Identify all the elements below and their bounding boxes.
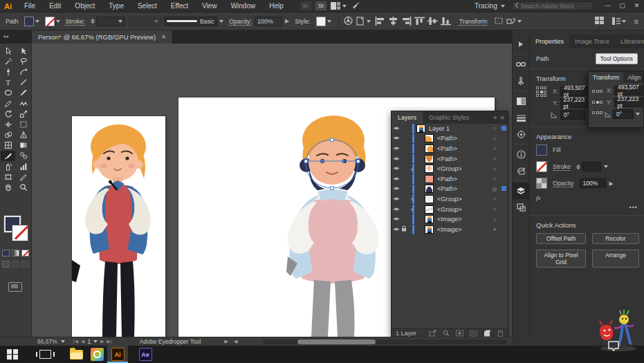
stroke-weight-field[interactable] — [582, 162, 601, 171]
visibility-icon[interactable] — [392, 185, 401, 192]
symbol-sprayer-tool[interactable] — [1, 161, 15, 171]
layer-row-group[interactable]: ▸ <Group> ○ — [392, 194, 508, 205]
panel-collapse-icon[interactable]: » — [493, 114, 497, 121]
layer-thumbnail[interactable] — [425, 185, 434, 193]
document-tab[interactable]: Person* @ 66,67% (RGB/GPU Preview) ✕ — [32, 30, 173, 44]
layer-thumbnail[interactable] — [425, 205, 434, 214]
visibility-icon[interactable] — [392, 196, 401, 203]
fill-swatch[interactable] — [536, 145, 547, 156]
rotation-field[interactable]: 0° — [560, 110, 585, 120]
locate-object-icon[interactable] — [443, 330, 450, 337]
visibility-icon[interactable] — [392, 226, 401, 233]
opacity-expand-icon[interactable]: ▶ — [285, 18, 289, 24]
layers-menu-icon[interactable]: ≡ — [501, 114, 504, 121]
perspective-grid-tool[interactable] — [16, 130, 30, 140]
free-transform-tool[interactable] — [16, 119, 30, 129]
layer-name[interactable]: <Path> — [437, 145, 490, 152]
history-icon[interactable] — [513, 162, 529, 179]
fx-button[interactable]: fx — [536, 194, 541, 201]
transform-link[interactable]: Transform — [459, 18, 488, 25]
delete-layer-icon[interactable] — [497, 330, 504, 337]
menu-effect[interactable]: Effect — [164, 0, 195, 12]
task-view-button[interactable] — [35, 346, 55, 363]
layer-name[interactable]: <Path> — [437, 185, 490, 192]
free-transform-icon[interactable] — [494, 17, 504, 26]
draw-inside-icon[interactable] — [21, 261, 29, 268]
target-icon-selected[interactable]: ◎ — [490, 186, 499, 192]
curvature-tool[interactable] — [16, 66, 30, 77]
tool-options-button[interactable]: Tool Options — [596, 53, 638, 64]
visibility-icon[interactable] — [392, 165, 401, 172]
layer-row-image[interactable]: <Image> ○ — [392, 214, 508, 225]
shaper-tool[interactable] — [16, 98, 30, 109]
stroke-label[interactable]: Stroke — [553, 163, 571, 170]
target-icon[interactable]: ○ — [490, 206, 499, 212]
visibility-icon[interactable] — [392, 216, 401, 223]
selection-tool[interactable] — [1, 46, 15, 56]
workspace-dropdown[interactable]: Tracing — [468, 2, 512, 10]
align-top-icon[interactable] — [414, 17, 425, 26]
layer-row-path[interactable]: <Path> ○ — [392, 144, 508, 154]
menu-view[interactable]: View — [195, 0, 224, 12]
selection-indicator[interactable] — [499, 125, 508, 132]
gradient-mode-icon[interactable] — [12, 250, 19, 257]
layer-row-image-locked[interactable]: <Image> ● — [392, 225, 508, 235]
tab-properties[interactable]: Properties — [530, 35, 569, 48]
tab-transform[interactable]: Transform — [589, 72, 623, 83]
align-bottom-icon[interactable] — [441, 17, 451, 26]
reference-point-grid[interactable] — [592, 90, 602, 121]
mesh-tool[interactable] — [1, 140, 15, 151]
layer-name[interactable]: <Image> — [437, 226, 490, 233]
ellipse-tool[interactable] — [1, 88, 15, 98]
offset-path-button[interactable]: Offset Path — [536, 233, 586, 244]
none-mode-icon[interactable] — [21, 250, 29, 257]
stock-icon[interactable]: St — [315, 1, 326, 10]
menu-object[interactable]: Object — [68, 0, 102, 12]
opacity-label[interactable]: Opacity — [553, 180, 574, 187]
layer-name[interactable]: <Path> — [437, 156, 490, 162]
scrollbar-thumb[interactable] — [297, 339, 376, 344]
document-setup-icon[interactable] — [356, 17, 371, 26]
color-mode-icon[interactable] — [2, 250, 10, 257]
layer-thumbnail[interactable] — [425, 155, 434, 163]
next-artboard-icon[interactable]: ▶ — [100, 339, 104, 344]
tab-image-trace[interactable]: Image Trace — [569, 35, 615, 48]
stroke-swatch[interactable] — [45, 17, 55, 26]
gradient-tool[interactable] — [16, 140, 30, 151]
after-effects-button[interactable]: Ae — [135, 346, 156, 363]
layer-thumbnail[interactable] — [425, 134, 434, 142]
fill-color-control[interactable] — [24, 17, 39, 26]
opacity-field[interactable]: 100% — [255, 17, 282, 26]
lasso-tool[interactable] — [16, 56, 30, 66]
search-input[interactable] — [521, 3, 590, 10]
prev-artboard-icon[interactable]: ◀ — [81, 339, 84, 344]
layer-name[interactable]: <Group> — [437, 206, 490, 213]
new-layer-icon[interactable] — [484, 330, 491, 337]
libraries-icon[interactable] — [513, 56, 529, 73]
opacity-expand-icon[interactable]: ▶ — [609, 180, 614, 187]
type-tool[interactable]: T — [1, 77, 15, 88]
line-segment-tool[interactable] — [16, 77, 30, 88]
color-guide-icon[interactable] — [513, 126, 529, 142]
stroke-color-swatch[interactable] — [12, 225, 28, 241]
stroke-weight-dropdown[interactable] — [96, 17, 125, 26]
document-layout-icon[interactable] — [612, 17, 626, 25]
workspace-switcher-icon[interactable] — [331, 2, 347, 10]
tab-align[interactable]: Align — [623, 72, 644, 83]
tab-graphic-styles[interactable]: Graphic Styles — [423, 111, 476, 124]
minimize-button[interactable]: — — [600, 0, 615, 12]
layer-row-path[interactable]: <Path> ○ — [392, 174, 508, 185]
windows-start-button[interactable] — [2, 346, 23, 363]
target-icon[interactable]: ○ — [490, 136, 499, 142]
last-artboard-icon[interactable]: ▶| — [107, 339, 112, 344]
visibility-icon[interactable] — [392, 145, 401, 152]
draw-behind-icon[interactable] — [12, 261, 19, 268]
creative-cloud-button[interactable] — [86, 346, 107, 363]
target-icon[interactable]: ○ — [490, 176, 499, 182]
layer-thumbnail[interactable] — [425, 225, 434, 234]
status-back-icon[interactable]: ◀ — [234, 339, 237, 344]
restore-button[interactable]: ▢ — [615, 0, 629, 12]
layer-name[interactable]: <Group> — [437, 196, 490, 203]
draw-normal-icon[interactable] — [2, 261, 10, 268]
close-document-icon[interactable]: ✕ — [161, 34, 166, 40]
